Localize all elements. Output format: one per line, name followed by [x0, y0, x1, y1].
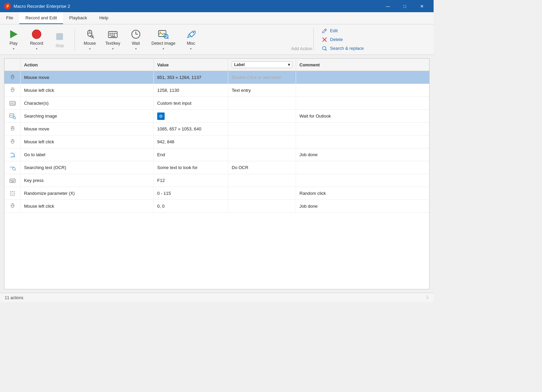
table-row[interactable]: Mouse move851, 353 » 1264, 1137Double-Cl… — [4, 71, 429, 84]
row-action: Mouse left click — [21, 84, 154, 97]
wait-icon — [130, 29, 141, 40]
table-row[interactable]: Searching imageOWait for Outlook — [4, 110, 429, 123]
resize-handle: ⠿ — [426, 295, 429, 300]
search-replace-icon — [322, 46, 327, 51]
row-icon-cell — [4, 84, 21, 97]
row-action: Mouse left click — [21, 200, 154, 212]
app-title: Macro Recorder Enterprise 2 — [14, 4, 380, 9]
row-icon-cell — [4, 71, 21, 84]
menu-playback[interactable]: Playback — [63, 12, 93, 24]
label-dropdown[interactable]: Label ▾ — [232, 61, 292, 68]
play-label: Play — [9, 41, 17, 46]
menu-help[interactable]: Help — [93, 12, 114, 24]
row-label[interactable] — [228, 174, 296, 187]
detect-image-icon — [158, 29, 169, 40]
close-button[interactable]: ✕ — [414, 0, 430, 12]
svg-rect-57 — [12, 180, 13, 181]
row-action: Mouse left click — [21, 136, 154, 148]
label-dropdown-arrow: ▾ — [288, 62, 290, 67]
wait-button[interactable]: Wait ▾ — [125, 27, 147, 53]
row-value: 851, 353 » 1264, 1137 — [154, 71, 228, 84]
row-label[interactable]: Text entry — [228, 84, 296, 97]
svg-rect-16 — [111, 36, 116, 37]
row-value: End — [154, 148, 228, 161]
col-value: Value — [154, 59, 228, 71]
col-label: Label ▾ — [228, 59, 296, 71]
mouse-label: Mouse — [84, 41, 96, 46]
svg-point-61 — [10, 193, 11, 194]
svg-text:ABI: ABI — [11, 102, 16, 105]
status-text: 11 actions — [5, 295, 23, 300]
row-action: Randomize parameter (X) — [21, 187, 154, 200]
table-row[interactable]: Mouse left click942, 848 — [4, 136, 429, 148]
svg-rect-12 — [116, 33, 117, 34]
row-icon-cell: Aa — [4, 161, 21, 174]
svg-point-66 — [14, 193, 15, 194]
row-label[interactable] — [228, 136, 296, 148]
row-label[interactable] — [228, 123, 296, 135]
record-sublabel: ▾ — [36, 47, 38, 50]
search-replace-button[interactable]: Search & replace — [320, 45, 428, 52]
row-label[interactable]: Double-Click to add label — [228, 71, 296, 84]
table-row[interactable]: Mouse left click1258, 1130Text entry — [4, 84, 429, 97]
row-icon-cell — [4, 123, 21, 135]
row-label[interactable] — [228, 97, 296, 109]
row-label[interactable] — [228, 110, 296, 122]
row-label[interactable] — [228, 148, 296, 161]
col-comment: Comment — [296, 59, 429, 71]
row-label[interactable]: Do OCR — [228, 161, 296, 174]
main-content: Action Value Label ▾ Comment Mouse move8… — [0, 55, 434, 293]
detect-image-label: Detect image — [151, 41, 175, 46]
svg-point-26 — [193, 32, 194, 33]
row-comment — [296, 174, 429, 187]
table-row[interactable]: Randomize parameter (X)0 - 115Random cli… — [4, 187, 429, 200]
svg-rect-38 — [11, 88, 13, 90]
record-button[interactable]: Record ▾ — [26, 27, 47, 53]
table-row[interactable]: Mouse left click0, 0Job done — [4, 200, 429, 213]
delete-button[interactable]: Delete — [320, 36, 428, 43]
row-comment: Job done — [296, 200, 429, 212]
misc-button[interactable]: Misc ▾ — [180, 27, 202, 53]
edit-label: Edit — [330, 28, 337, 33]
row-comment — [296, 161, 429, 174]
play-button[interactable]: Play ▾ — [3, 27, 24, 53]
row-icon-cell — [4, 200, 21, 212]
table-row[interactable]: Go to labelEndJob done — [4, 148, 429, 161]
play-sublabel: ▾ — [13, 47, 15, 50]
row-label[interactable] — [228, 200, 296, 212]
svg-point-21 — [160, 32, 161, 33]
row-value: 1258, 1130 — [154, 84, 228, 97]
titlebar: ⚡ Macro Recorder Enterprise 2 — □ ✕ — [0, 0, 434, 12]
row-value: Custom text input — [154, 97, 228, 109]
detect-image-button[interactable]: Detect image ▾ — [148, 27, 179, 53]
edit-button[interactable]: Edit — [320, 27, 428, 34]
row-comment: Wait for Outlook — [296, 110, 429, 122]
svg-marker-0 — [10, 30, 18, 38]
table-row[interactable]: ABICharacter(s)Custom text input — [4, 97, 429, 110]
svg-point-60 — [10, 191, 11, 192]
row-value: 1085, 657 » 1053, 640 — [154, 123, 228, 135]
svg-line-31 — [326, 49, 327, 50]
svg-rect-59 — [11, 181, 14, 182]
table-row[interactable]: Mouse move1085, 657 » 1053, 640 — [4, 123, 429, 136]
misc-sublabel: ▾ — [190, 47, 192, 50]
minimize-button[interactable]: — — [380, 0, 396, 12]
row-comment — [296, 97, 429, 109]
record-label: Record — [30, 41, 43, 46]
maximize-button[interactable]: □ — [397, 0, 413, 12]
table-row[interactable]: Key pressF12 — [4, 174, 429, 187]
row-action: Character(s) — [21, 97, 154, 109]
textkey-button[interactable]: Text/key ▾ — [102, 27, 124, 53]
svg-point-63 — [12, 191, 13, 192]
row-comment — [296, 84, 429, 97]
row-label[interactable] — [228, 187, 296, 200]
menu-record-edit[interactable]: Record and Edit — [19, 12, 63, 24]
menu-file[interactable]: File — [0, 12, 19, 24]
play-icon — [8, 29, 19, 40]
stop-button[interactable]: Stop — [49, 29, 70, 50]
mouse-button[interactable]: Mouse ▾ — [79, 27, 101, 53]
row-comment — [296, 71, 429, 84]
svg-rect-50 — [11, 139, 13, 141]
table-row[interactable]: AaSearching text (OCR)Some text to look … — [4, 161, 429, 174]
svg-text:Aa: Aa — [10, 165, 14, 169]
